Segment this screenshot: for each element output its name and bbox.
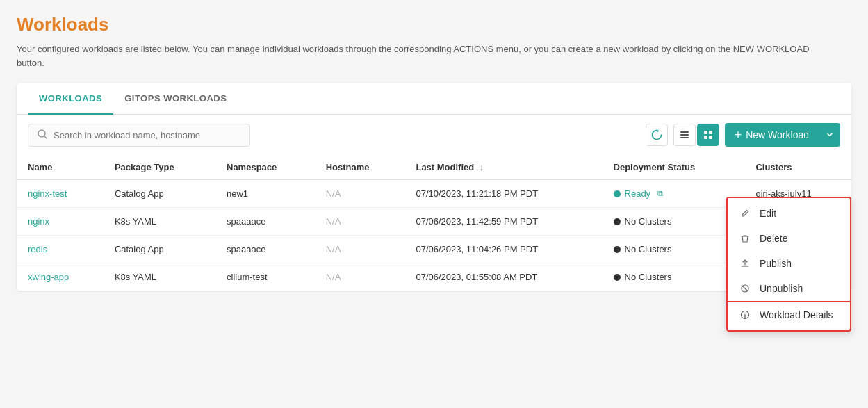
cell-package-type: Catalog App — [104, 236, 215, 263]
info-icon — [739, 310, 751, 320]
context-menu: Edit Delete — [726, 197, 851, 332]
svg-point-11 — [744, 313, 745, 313]
search-box[interactable] — [28, 124, 250, 147]
menu-item-workload-details[interactable]: Workload Details — [728, 301, 850, 327]
table-header: Name Package Type Namespace Hostname Las… — [17, 155, 851, 180]
list-view-button[interactable] — [673, 124, 696, 146]
workload-name-link[interactable]: nginx — [28, 216, 49, 227]
cell-hostname: N/A — [315, 263, 405, 291]
search-input[interactable] — [54, 130, 241, 140]
refresh-button[interactable] — [646, 124, 668, 146]
cell-deployment-status: No Clusters — [603, 208, 745, 236]
col-deployment-status: Deployment Status — [603, 155, 745, 180]
cell-name: nginx — [17, 208, 104, 236]
status-dot — [614, 218, 621, 225]
cell-last-modified: 07/06/2023, 11:42:59 PM PDT — [404, 208, 602, 236]
unpublish-label: Unpublish — [760, 283, 803, 294]
status-dot — [614, 190, 621, 197]
new-workload-label: New Workload — [746, 129, 809, 140]
cell-namespace: spaaaace — [215, 236, 315, 263]
status-dot — [614, 274, 621, 281]
search-icon — [37, 129, 48, 142]
cell-deployment-status: No Clusters — [603, 236, 745, 263]
svg-rect-7 — [704, 136, 707, 139]
cell-name: nginx-test — [17, 180, 104, 208]
cell-hostname: N/A — [315, 208, 405, 236]
pencil-icon — [739, 209, 751, 218]
edit-label: Edit — [760, 208, 776, 219]
ban-icon — [739, 284, 751, 293]
status-text: Ready — [625, 188, 651, 199]
cell-last-modified: 07/10/2023, 11:21:18 PM PDT — [404, 180, 602, 208]
col-clusters: Clusters — [744, 155, 851, 180]
col-hostname: Hostname — [315, 155, 405, 180]
menu-item-edit[interactable]: Edit — [728, 201, 850, 226]
cell-hostname: N/A — [315, 236, 405, 263]
cell-namespace: spaaaace — [215, 208, 315, 236]
cell-last-modified: 07/06/2023, 01:55:08 AM PDT — [404, 263, 602, 291]
status-text: No Clusters — [625, 272, 672, 282]
workload-details-label: Workload Details — [760, 309, 833, 320]
svg-rect-6 — [709, 131, 712, 134]
external-link-icon[interactable]: ⧉ — [657, 189, 663, 198]
cell-last-modified: 07/06/2023, 11:04:26 PM PDT — [404, 236, 602, 263]
svg-rect-3 — [680, 134, 689, 136]
col-namespace: Namespace — [215, 155, 315, 180]
status-text: No Clusters — [625, 216, 672, 227]
upload-icon — [739, 259, 751, 268]
menu-item-publish[interactable]: Publish — [728, 251, 850, 276]
status-dot — [614, 246, 621, 253]
new-workload-button[interactable]: + New Workload — [725, 123, 840, 147]
cell-name: xwing-app — [17, 263, 104, 291]
status-text: No Clusters — [625, 244, 672, 254]
delete-label: Delete — [760, 233, 787, 244]
workload-name-link[interactable]: xwing-app — [28, 272, 69, 282]
menu-item-unpublish[interactable]: Unpublish — [728, 276, 850, 301]
cell-package-type: K8s YAML — [104, 208, 215, 236]
cell-namespace: cilium-test — [215, 263, 315, 291]
table-wrapper: Name Package Type Namespace Hostname Las… — [17, 155, 851, 291]
cell-package-type: K8s YAML — [104, 263, 215, 291]
page-title: Workloads — [17, 14, 851, 35]
menu-item-delete[interactable]: Delete — [728, 226, 850, 251]
cell-deployment-status: Ready ⧉ — [603, 180, 745, 208]
trash-icon — [739, 234, 751, 243]
grid-view-button[interactable] — [697, 124, 719, 146]
col-package-type: Package Type — [104, 155, 215, 180]
view-toggle — [673, 124, 719, 146]
cell-hostname: N/A — [315, 180, 405, 208]
page-container: Workloads Your configured workloads are … — [0, 0, 868, 408]
toolbar: + New Workload — [17, 115, 851, 155]
cell-name: redis — [17, 236, 104, 263]
cell-namespace: new1 — [215, 180, 315, 208]
svg-rect-8 — [709, 136, 712, 139]
svg-line-1 — [44, 136, 47, 138]
tab-gitops-workloads[interactable]: GITOPS WORKLOADS — [113, 83, 238, 115]
tabs-container: WORKLOADS GITOPS WORKLOADS — [17, 83, 851, 115]
workload-name-link[interactable]: redis — [28, 244, 47, 254]
col-last-modified[interactable]: Last Modified ↓ — [404, 155, 602, 180]
col-name: Name — [17, 155, 104, 180]
publish-label: Publish — [760, 258, 792, 269]
sort-icon: ↓ — [480, 162, 484, 172]
cell-package-type: Catalog App — [104, 180, 215, 208]
page-description: Your configured workloads are listed bel… — [17, 42, 837, 70]
cell-deployment-status: No Clusters — [603, 263, 745, 291]
svg-rect-5 — [704, 131, 707, 134]
svg-rect-2 — [680, 131, 689, 133]
workload-name-link[interactable]: nginx-test — [28, 188, 67, 199]
svg-rect-4 — [680, 137, 689, 138]
main-card: WORKLOADS GITOPS WORKLOADS — [17, 83, 851, 291]
dropdown-arrow-icon[interactable] — [819, 126, 840, 144]
tab-workloads[interactable]: WORKLOADS — [28, 83, 113, 115]
plus-icon: + — [735, 129, 742, 141]
